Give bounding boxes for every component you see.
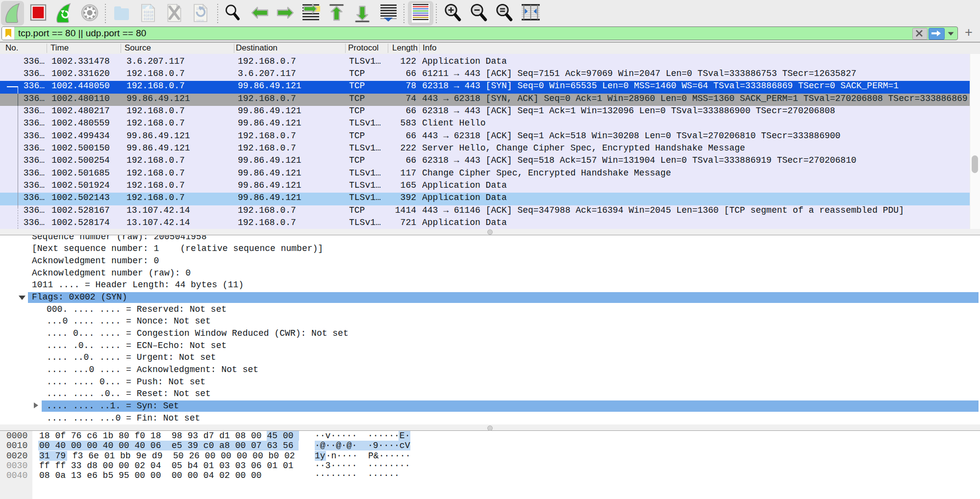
svg-text:01010: 01010	[144, 14, 153, 18]
svg-text:01010: 01010	[144, 18, 153, 21]
svg-text:01010: 01010	[144, 11, 153, 14]
svg-text:1010: 1010	[196, 20, 204, 23]
